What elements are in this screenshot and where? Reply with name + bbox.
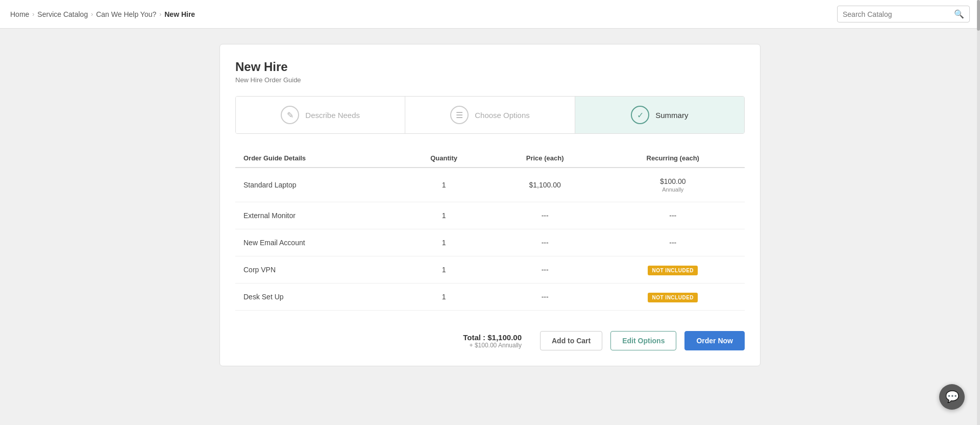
chevron-icon: › [32, 11, 34, 18]
search-bar: 🔍 [837, 6, 970, 22]
order-now-button[interactable]: Order Now [684, 331, 745, 350]
row-quantity: 1 [399, 202, 488, 229]
breadcrumb-service-catalog[interactable]: Service Catalog [37, 10, 88, 18]
row-quantity: 1 [399, 229, 488, 256]
edit-options-button[interactable]: Edit Options [610, 331, 676, 350]
row-recurring: --- [601, 229, 745, 256]
describe-needs-icon: ✎ [281, 106, 299, 124]
page-subtitle: New Hire Order Guide [235, 76, 745, 84]
page-title: New Hire [235, 60, 745, 74]
table-row: New Email Account1------ [235, 229, 745, 256]
step-choose-options-label: Choose Options [475, 111, 530, 120]
row-item-name: Desk Set Up [235, 284, 399, 311]
row-recurring: $100.00Annually [601, 168, 745, 202]
step-choose-options[interactable]: ☰ Choose Options [405, 97, 575, 133]
recurring-period: Annually [662, 186, 683, 193]
row-item-name: Corp VPN [235, 256, 399, 284]
choose-options-icon: ☰ [450, 106, 469, 124]
breadcrumb-home[interactable]: Home [10, 10, 29, 18]
row-item-name: External Monitor [235, 202, 399, 229]
row-quantity: 1 [399, 256, 488, 284]
order-table: Order Guide Details Quantity Price (each… [235, 149, 745, 311]
top-nav-bar: Home › Service Catalog › Can We Help You… [0, 0, 980, 29]
step-describe-needs-label: Describe Needs [305, 111, 360, 120]
total-label: Total : $1,100.00 [463, 333, 522, 342]
col-header-details: Order Guide Details [235, 149, 399, 168]
step-describe-needs[interactable]: ✎ Describe Needs [236, 97, 405, 133]
not-included-badge: NOT INCLUDED [648, 293, 698, 302]
footer-row: Total : $1,100.00 + $100.00 Annually Add… [235, 323, 745, 350]
row-price: --- [489, 202, 601, 229]
table-row: External Monitor1------ [235, 202, 745, 229]
step-summary-label: Summary [655, 111, 688, 120]
step-summary[interactable]: ✓ Summary [575, 97, 744, 133]
scrollbar-thumb[interactable] [977, 0, 980, 31]
row-quantity: 1 [399, 284, 488, 311]
row-item-name: New Email Account [235, 229, 399, 256]
recurring-amount: $100.00 [660, 177, 686, 185]
row-price: --- [489, 229, 601, 256]
breadcrumb-can-we-help[interactable]: Can We Help You? [96, 10, 156, 18]
not-included-badge: NOT INCLUDED [648, 266, 698, 275]
table-row: Standard Laptop1$1,100.00$100.00Annually [235, 168, 745, 202]
col-header-quantity: Quantity [399, 149, 488, 168]
row-recurring: NOT INCLUDED [601, 256, 745, 284]
table-row: Desk Set Up1---NOT INCLUDED [235, 284, 745, 311]
search-input[interactable] [843, 10, 950, 18]
col-header-price: Price (each) [489, 149, 601, 168]
row-recurring: --- [601, 202, 745, 229]
row-price: --- [489, 284, 601, 311]
row-price: $1,100.00 [489, 168, 601, 202]
main-card: New Hire New Hire Order Guide ✎ Describe… [219, 44, 761, 366]
total-sub: + $100.00 Annually [470, 342, 522, 349]
scrollbar[interactable] [977, 0, 980, 382]
search-icon: 🔍 [954, 9, 964, 19]
stepper: ✎ Describe Needs ☰ Choose Options ✓ Summ… [235, 96, 745, 134]
total-amount: $1,100.00 [487, 333, 522, 342]
row-recurring: NOT INCLUDED [601, 284, 745, 311]
col-header-recurring: Recurring (each) [601, 149, 745, 168]
page-content: New Hire New Hire Order Guide ✎ Describe… [209, 29, 771, 382]
row-price: --- [489, 256, 601, 284]
add-to-cart-button[interactable]: Add to Cart [540, 331, 602, 350]
breadcrumb: Home › Service Catalog › Can We Help You… [10, 10, 837, 18]
chevron-icon: › [91, 11, 93, 18]
table-row: Corp VPN1---NOT INCLUDED [235, 256, 745, 284]
total-label-text: Total : [463, 333, 485, 342]
chevron-icon: › [159, 11, 161, 18]
breadcrumb-current: New Hire [164, 10, 195, 18]
summary-icon: ✓ [631, 106, 649, 124]
row-item-name: Standard Laptop [235, 168, 399, 202]
total-section: Total : $1,100.00 + $100.00 Annually [463, 333, 522, 349]
row-quantity: 1 [399, 168, 488, 202]
